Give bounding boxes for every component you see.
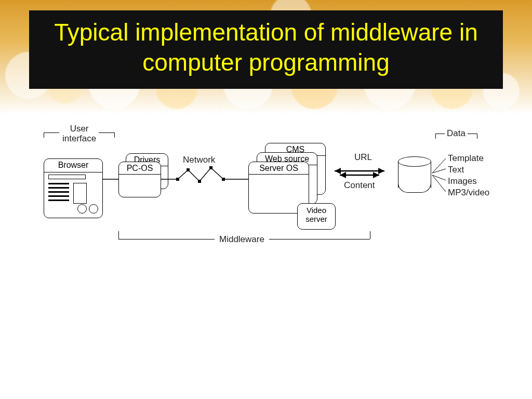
slide-title: Typical implementation of middleware in … <box>29 10 503 89</box>
svg-marker-10 <box>340 172 346 178</box>
svg-marker-11 <box>373 172 379 178</box>
data-item-text: Text <box>448 165 464 175</box>
slide-title-text: Typical implementation of middleware in … <box>54 19 478 76</box>
svg-rect-1 <box>176 178 179 181</box>
label-user-interface: Userinterface <box>62 124 96 143</box>
data-item-images: Images <box>448 176 477 187</box>
label-content: Content <box>344 180 375 191</box>
node-server-os: Server OS <box>249 164 309 175</box>
label-network: Network <box>183 155 215 165</box>
svg-rect-5 <box>222 178 225 181</box>
svg-rect-4 <box>209 166 212 169</box>
svg-marker-7 <box>335 168 341 174</box>
svg-line-13 <box>432 169 446 173</box>
node-browser-frame: Browser <box>44 158 103 218</box>
label-middleware: Middleware <box>219 234 264 245</box>
node-browser: Browser <box>44 161 102 172</box>
banner-background: Typical implementation of middleware in … <box>0 0 532 114</box>
middleware-diagram: Userinterface Browser Drivers PC-OS Netw… <box>27 127 505 262</box>
node-video-server: Videoserver <box>297 203 336 230</box>
node-pc-os: PC-OS <box>119 164 161 175</box>
label-url: URL <box>354 152 372 163</box>
svg-line-12 <box>432 158 446 173</box>
node-pc-os-frame: PC-OS <box>118 162 161 197</box>
svg-marker-8 <box>378 168 384 174</box>
data-item-template: Template <box>448 153 484 164</box>
label-data: Data <box>447 128 466 139</box>
node-data-cylinder <box>398 156 431 193</box>
svg-line-14 <box>432 175 446 180</box>
svg-rect-2 <box>187 168 190 171</box>
data-item-mp3-video: MP3/video <box>448 188 489 198</box>
svg-rect-3 <box>198 180 201 183</box>
svg-line-15 <box>432 175 446 192</box>
